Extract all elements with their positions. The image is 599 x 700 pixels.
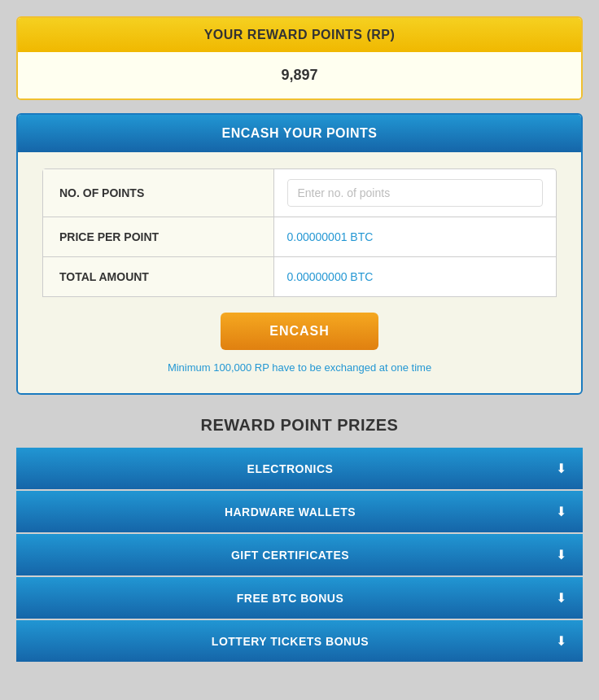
lottery-tickets-bonus-arrow-icon: ⬇ xyxy=(556,633,566,649)
encash-header: ENCASH YOUR POINTS xyxy=(18,115,581,152)
no-of-points-label: NO. OF POINTS xyxy=(43,169,274,217)
prizes-title: REWARD POINT PRIZES xyxy=(16,408,583,448)
prize-item-gift-certificates[interactable]: GIFT CERTIFICATES ⬇ xyxy=(16,534,583,577)
no-of-points-row: NO. OF POINTS xyxy=(42,168,557,217)
encash-button[interactable]: ENCASH xyxy=(221,313,378,350)
prize-label-gift-certificates: GIFT CERTIFICATES xyxy=(33,549,548,562)
free-btc-bonus-arrow-icon: ⬇ xyxy=(556,590,566,606)
prizes-section: REWARD POINT PRIZES ELECTRONICS ⬇ HARDWA… xyxy=(16,408,583,662)
prize-item-free-btc-bonus[interactable]: FREE BTC BONUS ⬇ xyxy=(16,577,583,620)
prize-item-lottery-tickets-bonus[interactable]: LOTTERY TICKETS BONUS ⬇ xyxy=(16,620,583,662)
prize-item-electronics[interactable]: ELECTRONICS ⬇ xyxy=(16,448,583,491)
prize-item-hardware-wallets[interactable]: HARDWARE WALLETS ⬇ xyxy=(16,491,583,534)
reward-points-header: YOUR REWARD POINTS (RP) xyxy=(18,18,581,52)
reward-points-value: 9,897 xyxy=(18,52,581,98)
price-per-point-row: PRICE PER POINT 0.00000001 BTC xyxy=(42,217,557,257)
prize-label-lottery-tickets-bonus: LOTTERY TICKETS BONUS xyxy=(33,635,548,648)
total-amount-value: 0.00000000 BTC xyxy=(274,257,557,296)
reward-points-card: YOUR REWARD POINTS (RP) 9,897 xyxy=(16,16,583,100)
encash-button-row: ENCASH xyxy=(42,313,557,350)
encash-note: Minimum 100,000 RP have to be exchanged … xyxy=(42,361,557,374)
encash-card: ENCASH YOUR POINTS NO. OF POINTS PRICE P… xyxy=(16,113,583,395)
reward-points-title: YOUR REWARD POINTS (RP) xyxy=(204,28,396,42)
prize-label-free-btc-bonus: FREE BTC BONUS xyxy=(33,592,548,605)
total-amount-label: TOTAL AMOUNT xyxy=(43,257,274,296)
hardware-wallets-arrow-icon: ⬇ xyxy=(556,504,566,519)
page-container: YOUR REWARD POINTS (RP) 9,897 ENCASH YOU… xyxy=(16,16,583,684)
total-amount-row: TOTAL AMOUNT 0.00000000 BTC xyxy=(42,256,557,297)
gift-certificates-arrow-icon: ⬇ xyxy=(556,547,566,562)
no-of-points-input[interactable] xyxy=(287,179,544,207)
prize-label-electronics: ELECTRONICS xyxy=(33,462,548,475)
reward-points-number: 9,897 xyxy=(281,67,317,83)
encash-body: NO. OF POINTS PRICE PER POINT 0.00000001… xyxy=(18,152,581,393)
no-of-points-value xyxy=(274,169,557,217)
electronics-arrow-icon: ⬇ xyxy=(556,461,566,476)
prizes-list: ELECTRONICS ⬇ HARDWARE WALLETS ⬇ GIFT CE… xyxy=(16,448,583,662)
price-per-point-label: PRICE PER POINT xyxy=(43,217,274,256)
encash-title: ENCASH YOUR POINTS xyxy=(222,126,378,140)
prize-label-hardware-wallets: HARDWARE WALLETS xyxy=(33,505,548,518)
price-per-point-value: 0.00000001 BTC xyxy=(274,217,557,256)
